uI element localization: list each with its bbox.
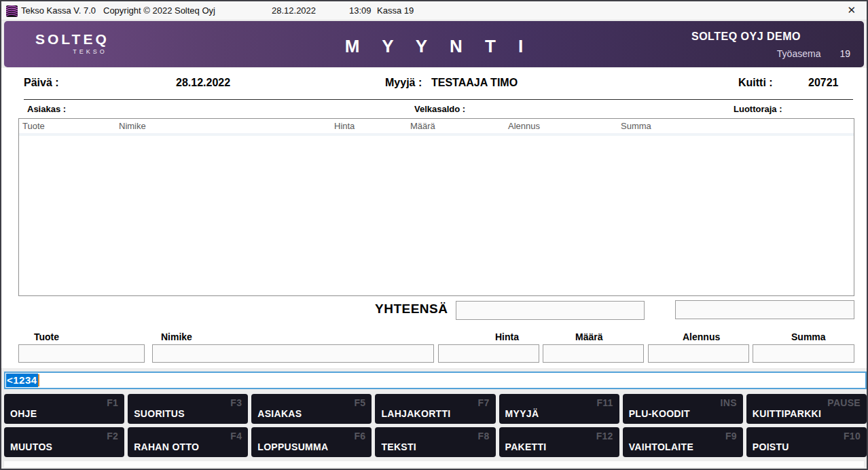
workstation-info: Työasema19 [691, 49, 864, 58]
button-label: VAIHTOLAITE [629, 441, 693, 452]
text-caret [38, 374, 39, 386]
button-keycap: F1 [107, 397, 118, 408]
button-label: KUITTIPARKKI [753, 408, 821, 419]
titlebar: Tekso Kassa V. 7.0 Copyright © 2022 Solt… [1, 1, 867, 20]
receipt-label: Kuitti : [738, 77, 773, 89]
muutos-button[interactable]: MUUTOS F2 [4, 427, 124, 457]
button-keycap: F5 [354, 397, 365, 408]
entry-label-nimike: Nimike [161, 331, 192, 342]
entry-field-hinta[interactable] [438, 344, 539, 363]
button-keycap: F3 [230, 397, 242, 408]
kuittiparkki-button[interactable]: KUITTIPARKKI PAUSE [746, 394, 867, 424]
entry-field-nimike[interactable] [152, 344, 434, 363]
date-label: Päivä : [24, 77, 59, 89]
command-input-selected-text: <1234 [6, 374, 38, 387]
entry-field-alennus[interactable] [648, 344, 749, 363]
col-maara: Määrä [410, 121, 435, 131]
status-bar [4, 461, 864, 467]
copyright-text: Copyright © 2022 Solteq Oyj [103, 5, 215, 16]
entry-label-maara: Määrä [575, 331, 602, 342]
total-label: YHTEENSÄ [375, 302, 448, 317]
col-hinta: Hinta [334, 121, 355, 131]
entry-field-maara[interactable] [543, 344, 644, 363]
ohje-button[interactable]: OHJE F1 [4, 394, 124, 424]
header-right: SOLTEQ OYJ DEMO Työasema19 [691, 31, 864, 58]
button-label: ASIAKAS [257, 408, 302, 419]
seller-label: Myyjä : [385, 77, 422, 89]
button-keycap: F7 [478, 397, 490, 408]
col-alennus: Alennus [508, 121, 540, 131]
app-header: SOLTEQ TEKSO M Y Y N T I SOLTEQ OYJ DEMO… [4, 21, 864, 67]
asiakas-button[interactable]: ASIAKAS F5 [251, 394, 372, 424]
button-keycap: F11 [596, 397, 613, 408]
lahjakortti-button[interactable]: LAHJAKORTTI F7 [375, 394, 495, 424]
button-keycap: F4 [230, 431, 242, 441]
button-keycap: F8 [478, 431, 490, 441]
titlebar-register: Kassa 19 [377, 5, 414, 16]
button-keycap: F2 [107, 431, 118, 441]
button-label: SUORITUS [134, 408, 185, 419]
debt-label: Velkasaldo : [414, 104, 465, 114]
command-input[interactable]: <1234 [4, 372, 867, 389]
sale-content: Päivä : 28.12.2022 Myyjä : TESTAAJA TIMO… [1, 68, 867, 368]
paketti-button[interactable]: PAKETTI F12 [499, 427, 619, 457]
button-keycap: F6 [354, 431, 365, 441]
col-tuote: Tuote [22, 121, 45, 131]
date-value: 28.12.2022 [176, 77, 230, 89]
plu-koodit-button[interactable]: PLU-KOODIT INS [623, 394, 743, 424]
titlebar-time: 13:09 [349, 5, 372, 16]
button-label: POISTU [753, 441, 789, 452]
receipt-value: 20721 [808, 77, 839, 89]
button-label: TEKSTI [381, 441, 416, 452]
entry-field-summa[interactable] [753, 344, 854, 363]
total-secondary-field[interactable] [675, 300, 854, 319]
col-nimike: Nimike [119, 121, 146, 131]
logo-secondary-text: TEKSO [35, 49, 109, 55]
button-label: LAHJAKORTTI [381, 408, 450, 419]
workstation-label: Työasema [777, 48, 821, 59]
sale-lines-table[interactable]: Tuote Nimike Hinta Määrä Alennus Summa [18, 118, 854, 296]
logo-primary-text: SOLTEQ [35, 32, 109, 46]
entry-label-summa: Summa [791, 331, 826, 342]
button-label: OHJE [10, 408, 37, 419]
app-icon [6, 5, 18, 17]
solteq-logo: SOLTEQ TEKSO [35, 32, 109, 55]
button-keycap: F12 [596, 431, 613, 441]
entry-label-hinta: Hinta [495, 331, 519, 342]
header-separator [24, 99, 853, 100]
seller-value: TESTAAJA TIMO [431, 77, 518, 89]
loppusumma-button[interactable]: LOPPUSUMMA F6 [251, 427, 372, 457]
store-name: SOLTEQ OYJ DEMO [691, 31, 864, 42]
entry-label-tuote: Tuote [34, 331, 59, 342]
customer-label: Asiakas : [27, 104, 66, 114]
button-label: MUUTOS [10, 441, 52, 452]
workstation-number: 19 [839, 48, 850, 59]
window-title: Tekso Kassa V. 7.0 [21, 5, 96, 16]
app-window: Tekso Kassa V. 7.0 Copyright © 2022 Solt… [0, 0, 868, 470]
button-label: PLU-KOODIT [629, 408, 690, 419]
titlebar-date: 28.12.2022 [272, 5, 316, 16]
button-label: LOPPUSUMMA [257, 441, 328, 452]
button-label: RAHAN OTTO [134, 441, 199, 452]
myyja-button[interactable]: MYYJÄ F11 [499, 394, 619, 424]
button-label: PAKETTI [505, 441, 547, 452]
page-title: M Y Y N T I [336, 36, 532, 57]
button-keycap: INS [721, 397, 737, 408]
credit-label: Luottoraja : [734, 104, 782, 114]
button-keycap: F10 [844, 431, 861, 441]
teksti-button[interactable]: TEKSTI F8 [375, 427, 495, 457]
entry-label-alennus: Alennus [683, 331, 720, 342]
button-label: MYYJÄ [505, 408, 539, 419]
col-summa: Summa [621, 121, 651, 131]
poistu-button[interactable]: POISTU F10 [746, 427, 867, 457]
rahan-otto-button[interactable]: RAHAN OTTO F4 [128, 427, 248, 457]
suoritus-button[interactable]: SUORITUS F3 [128, 394, 248, 424]
vaihtolaite-button[interactable]: VAIHTOLAITE F9 [623, 427, 743, 457]
button-keycap: F9 [725, 431, 737, 441]
entry-field-tuote[interactable] [18, 344, 145, 363]
total-amount-field[interactable] [456, 301, 645, 320]
function-key-panel: OHJE F1 SUORITUS F3 ASIAKAS F5 LAHJAKORT… [4, 394, 867, 457]
sale-table-header: Tuote Nimike Hinta Määrä Alennus Summa [19, 119, 854, 136]
button-keycap: PAUSE [827, 397, 861, 408]
close-icon[interactable]: ✕ [847, 4, 856, 16]
